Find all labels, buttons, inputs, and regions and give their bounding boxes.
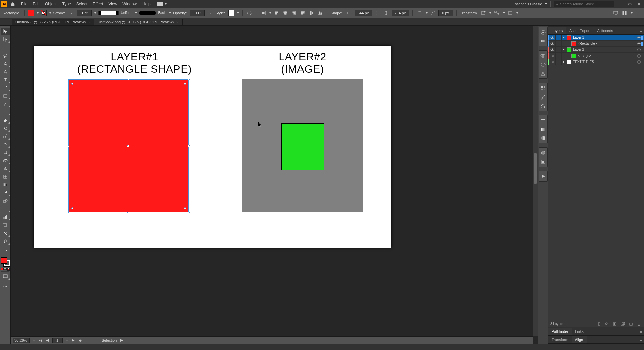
menu-select[interactable]: Select	[74, 0, 90, 8]
new-layer-button[interactable]	[628, 321, 634, 327]
find-layer-button[interactable]	[604, 321, 610, 327]
visibility-toggle[interactable]	[549, 59, 556, 65]
paintbrush-tool[interactable]	[1, 100, 10, 108]
layer-name[interactable]: Layer 1	[572, 36, 637, 39]
shape-builder-tool[interactable]	[1, 157, 10, 164]
color-panel-icon[interactable]	[540, 29, 546, 35]
line-tool[interactable]	[1, 84, 10, 92]
home-icon[interactable]	[10, 1, 15, 7]
zoom-tool[interactable]	[1, 246, 10, 253]
zoom-input[interactable]	[13, 338, 30, 343]
menu-view[interactable]: View	[106, 0, 120, 8]
layer-name[interactable]: <Image>	[577, 54, 637, 58]
isolate-icon[interactable]	[480, 10, 487, 16]
lock-toggle[interactable]	[556, 59, 562, 65]
stroke-panel-icon[interactable]	[540, 117, 546, 124]
panel-tab-pathfinder[interactable]: Pathfinder	[548, 328, 572, 335]
slice-tool[interactable]	[1, 230, 10, 237]
image-placeholder[interactable]	[242, 79, 363, 212]
target-button[interactable]	[637, 48, 641, 51]
free-transform-tool[interactable]	[1, 149, 10, 156]
lock-toggle[interactable]	[556, 47, 562, 53]
character-panel-icon[interactable]	[540, 62, 546, 68]
target-button[interactable]	[637, 36, 641, 39]
link-wh-icon[interactable]	[374, 10, 381, 16]
gradient-panel-icon[interactable]	[540, 126, 546, 132]
align-left-icon[interactable]	[273, 10, 280, 16]
panel-tab-align[interactable]: Align	[572, 336, 587, 343]
corner-type-icon[interactable]	[416, 10, 423, 16]
edit-toolbar[interactable]: •••	[1, 283, 10, 290]
symbols-panel-icon[interactable]	[540, 103, 546, 109]
panel-tab-asset-export[interactable]: Asset Export	[566, 27, 594, 34]
maximize-button[interactable]: ▭	[626, 1, 633, 7]
brushes-panel-icon[interactable]	[540, 94, 546, 100]
panel-menu-icon[interactable]	[635, 10, 641, 16]
panel-menu-button[interactable]: ≡	[638, 27, 644, 34]
lock-toggle[interactable]	[556, 53, 562, 59]
align-to-icon[interactable]	[260, 10, 267, 16]
panel-tab-artboards[interactable]: Artboards	[594, 27, 616, 34]
panel-tab-layers[interactable]: Layers	[548, 27, 566, 34]
stroke-weight-input[interactable]	[77, 10, 92, 16]
document-tab[interactable]: Untitled-2* @ 36.26% (RGB/GPU Preview)×	[12, 19, 94, 25]
mesh-tool[interactable]	[1, 173, 10, 180]
recolor-icon[interactable]	[246, 10, 253, 16]
select-similar-icon[interactable]	[493, 10, 500, 16]
layer-row[interactable]: Layer 2	[548, 47, 644, 53]
close-button[interactable]: ✕	[635, 1, 643, 7]
edit-symbol-icon[interactable]	[507, 10, 514, 16]
align-right-icon[interactable]	[291, 10, 297, 16]
fill-swatch[interactable]	[28, 10, 34, 16]
document-tab[interactable]: Untitled-2.png @ 51.06% (RGB/GPU Preview…	[94, 19, 183, 25]
status-menu-button[interactable]: ▶	[119, 338, 124, 342]
paragraph-panel-icon[interactable]	[540, 53, 546, 59]
layer-row[interactable]: Layer 1	[548, 35, 644, 41]
search-input[interactable]	[560, 2, 613, 6]
stroke-decrease-icon[interactable]: ‹	[68, 10, 75, 16]
opacity-input[interactable]	[190, 10, 205, 16]
glyphs-panel-icon[interactable]	[540, 70, 546, 76]
lock-toggle[interactable]	[556, 41, 562, 46]
transparency-panel-icon[interactable]	[540, 135, 546, 141]
menu-edit[interactable]: Edit	[30, 0, 42, 8]
perspective-grid-tool[interactable]	[1, 165, 10, 172]
eraser-tool[interactable]	[1, 116, 10, 124]
magic-wand-tool[interactable]	[1, 44, 10, 51]
opacity-arrow-icon[interactable]: ›	[207, 10, 213, 16]
swatches-panel-icon[interactable]	[540, 85, 546, 91]
arrange-documents-icon[interactable]	[157, 2, 167, 6]
brush-swatch[interactable]	[139, 11, 156, 15]
target-button[interactable]	[637, 54, 641, 58]
align-bottom-icon[interactable]	[317, 10, 324, 16]
locate-object-button[interactable]	[596, 321, 602, 327]
appearance-panel-icon[interactable]	[540, 150, 546, 156]
tab-close-button[interactable]: ×	[176, 20, 178, 24]
visibility-toggle[interactable]	[549, 47, 556, 53]
menu-effect[interactable]: Effect	[90, 0, 106, 8]
direct-selection-tool[interactable]	[1, 36, 10, 43]
layer-name[interactable]: <Rectangle>	[577, 42, 637, 45]
profile-swatch[interactable]	[98, 11, 119, 15]
stroke-swatch[interactable]	[41, 10, 47, 16]
selection-tool[interactable]	[1, 28, 10, 35]
color-mode-toggles[interactable]	[1, 268, 10, 270]
prev-artboard-button[interactable]: ◀	[45, 338, 50, 342]
artboard-tool[interactable]	[1, 221, 10, 229]
layer-name[interactable]: TEXT TITLES	[572, 60, 637, 64]
menu-help[interactable]: Help	[139, 0, 153, 8]
width-icon[interactable]	[346, 10, 353, 16]
artboard-number-input[interactable]	[52, 338, 63, 343]
tab-close-button[interactable]: ×	[88, 20, 90, 24]
align-hcenter-icon[interactable]	[282, 10, 289, 16]
visibility-toggle[interactable]	[549, 35, 556, 40]
clip-mask-button[interactable]	[612, 321, 618, 327]
eyedropper-tool[interactable]	[1, 189, 10, 197]
layer-name[interactable]: Layer 2	[572, 48, 637, 51]
delete-layer-button[interactable]	[636, 321, 642, 327]
last-artboard-button[interactable]: ⏭	[78, 338, 83, 342]
scale-tool[interactable]	[1, 133, 10, 140]
height-icon[interactable]	[383, 10, 390, 16]
panel-menu-button-3[interactable]: ≡	[638, 336, 644, 343]
panel-menu-button-2[interactable]: ≡	[638, 328, 644, 335]
